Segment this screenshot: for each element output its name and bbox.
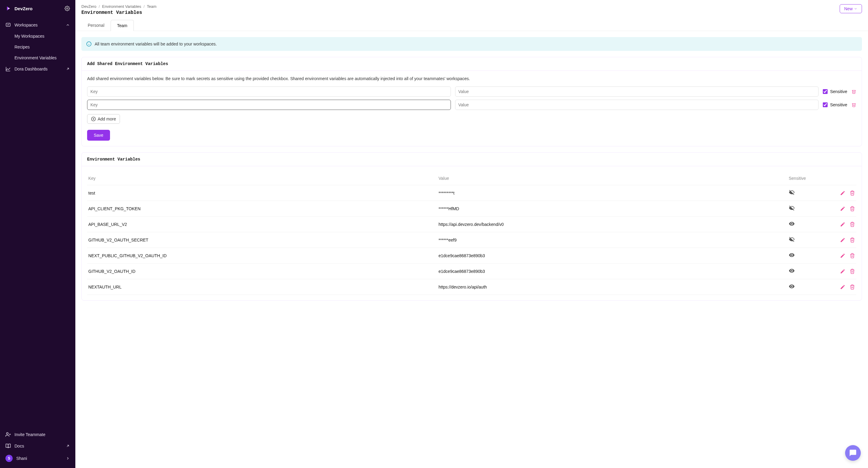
eye-off-icon[interactable] xyxy=(789,190,795,196)
eye-icon[interactable] xyxy=(789,252,795,258)
cell-actions xyxy=(825,237,855,243)
delete-row-icon[interactable] xyxy=(851,102,856,107)
add-card-body: Add shared environment variables below. … xyxy=(82,71,862,146)
trash-icon[interactable] xyxy=(849,284,855,290)
cell-sensitive xyxy=(789,221,825,228)
sensitive-checkbox[interactable] xyxy=(823,89,828,94)
cell-key: GITHUB_V2_OAUTH_SECRET xyxy=(88,238,438,242)
cell-sensitive xyxy=(789,236,825,243)
cell-value: *********t xyxy=(438,191,789,196)
tab-personal[interactable]: Personal xyxy=(82,20,111,31)
col-key: Key xyxy=(88,176,438,181)
eye-icon[interactable] xyxy=(789,221,795,227)
trash-icon[interactable] xyxy=(849,269,855,274)
table-row: NEXT_PUBLIC_GITHUB_V2_OAUTH_IDe1dce9cae8… xyxy=(87,248,856,264)
nav-label: My Workspaces xyxy=(14,34,44,38)
sensitive-wrap: Sensitive xyxy=(823,89,847,94)
cell-value: https://api.devzero.dev/backend/v0 xyxy=(438,222,789,227)
info-icon xyxy=(86,41,92,47)
workspaces-icon xyxy=(5,22,11,28)
sidebar-item-workspaces[interactable]: Workspaces xyxy=(0,19,75,31)
delete-row-icon[interactable] xyxy=(851,89,856,94)
cell-key: API_CLIENT_PKG_TOKEN xyxy=(88,206,438,211)
breadcrumb-link[interactable]: DevZero xyxy=(82,4,96,9)
nav-label: Dora Dashboards xyxy=(14,67,48,71)
new-button[interactable]: New xyxy=(840,4,862,13)
table-row: GITHUB_V2_OAUTH_IDe1dce9cae86873e890b3 xyxy=(87,264,856,279)
sidebar-item-invite[interactable]: Invite Teammate xyxy=(0,429,75,440)
value-input[interactable] xyxy=(455,100,819,110)
edit-icon[interactable] xyxy=(840,269,845,274)
list-card-body: Key Value Sensitive test*********tAPI_CL… xyxy=(82,166,862,300)
table-row: test*********t xyxy=(87,185,856,201)
brand-name: DevZero xyxy=(14,6,33,11)
sidebar-header: DevZero xyxy=(0,0,75,17)
sensitive-label: Sensitive xyxy=(830,102,847,107)
trash-icon[interactable] xyxy=(849,206,855,211)
edit-icon[interactable] xyxy=(840,284,845,290)
table-row: NEXTAUTH_URLhttps://devzero.io/api/auth xyxy=(87,279,856,295)
tab-team[interactable]: Team xyxy=(111,20,133,31)
cell-actions xyxy=(825,253,855,258)
trash-icon[interactable] xyxy=(849,190,855,196)
cell-sensitive xyxy=(789,283,825,290)
cell-actions xyxy=(825,206,855,211)
table-row: GITHUB_V2_OAUTH_SECRET******eef9 xyxy=(87,232,856,248)
edit-icon[interactable] xyxy=(840,190,845,196)
cell-actions xyxy=(825,190,855,196)
sidebar-item-docs[interactable]: Docs xyxy=(0,440,75,452)
trash-icon[interactable] xyxy=(849,253,855,258)
nav-label: Recipes xyxy=(14,44,30,49)
content-scroll[interactable]: All team environment variables will be a… xyxy=(75,31,868,468)
sensitive-checkbox[interactable] xyxy=(823,102,828,107)
edit-icon[interactable] xyxy=(840,253,845,258)
list-card: Environment Variables Key Value Sensitiv… xyxy=(82,153,862,301)
sensitive-label: Sensitive xyxy=(830,89,847,94)
chat-icon xyxy=(849,449,857,457)
add-more-button[interactable]: Add more xyxy=(87,114,120,124)
value-input-wrap xyxy=(455,100,819,110)
sidebar-item-recipes[interactable]: Recipes xyxy=(14,41,75,53)
breadcrumb-link[interactable]: Environment Variables xyxy=(102,4,141,9)
eye-icon[interactable] xyxy=(789,283,795,290)
key-input[interactable] xyxy=(87,87,451,97)
sidebar-item-my-workspaces[interactable]: My Workspaces xyxy=(14,31,75,41)
info-text: All team environment variables will be a… xyxy=(95,41,217,46)
table-row: API_BASE_URL_V2https://api.devzero.dev/b… xyxy=(87,216,856,232)
info-banner: All team environment variables will be a… xyxy=(82,37,862,51)
key-input-wrap xyxy=(87,100,451,110)
col-value: Value xyxy=(438,176,789,181)
chevron-down-icon xyxy=(854,7,858,10)
value-input[interactable] xyxy=(455,87,819,97)
trash-icon[interactable] xyxy=(849,222,855,227)
save-button[interactable]: Save xyxy=(87,130,110,141)
tabs: Personal Team xyxy=(75,20,868,31)
avatar-initial: S xyxy=(8,456,10,461)
edit-icon[interactable] xyxy=(840,222,845,227)
cell-key: GITHUB_V2_OAUTH_ID xyxy=(88,269,438,274)
topbar: DevZero / Environment Variables / Team E… xyxy=(75,0,868,15)
sidebar-item-dora[interactable]: Dora Dashboards xyxy=(0,63,75,75)
table-row: API_CLIENT_PKG_TOKEN******HfMD xyxy=(87,201,856,216)
logo[interactable]: DevZero xyxy=(5,5,33,11)
nav-section: Workspaces My Workspaces Recipes Environ… xyxy=(0,17,75,77)
cell-actions xyxy=(825,269,855,274)
chevron-right-icon xyxy=(66,456,70,461)
sidebar-item-env-vars[interactable]: Environment Variables xyxy=(14,53,75,63)
chat-widget[interactable] xyxy=(845,445,861,461)
edit-icon[interactable] xyxy=(840,237,845,243)
chart-icon xyxy=(5,66,11,72)
svg-point-2 xyxy=(6,432,8,434)
cell-key: NEXT_PUBLIC_GITHUB_V2_OAUTH_ID xyxy=(88,253,438,258)
eye-off-icon[interactable] xyxy=(789,205,795,211)
settings-icon[interactable] xyxy=(64,6,70,11)
main: DevZero / Environment Variables / Team E… xyxy=(75,0,868,468)
trash-icon[interactable] xyxy=(849,237,855,243)
edit-icon[interactable] xyxy=(840,206,845,211)
nav-label: Docs xyxy=(14,444,24,448)
eye-off-icon[interactable] xyxy=(789,236,795,242)
breadcrumb: DevZero / Environment Variables / Team xyxy=(82,4,156,9)
eye-icon[interactable] xyxy=(789,268,795,274)
key-input[interactable] xyxy=(87,100,451,110)
sidebar-item-user[interactable]: S Shani xyxy=(0,452,75,465)
